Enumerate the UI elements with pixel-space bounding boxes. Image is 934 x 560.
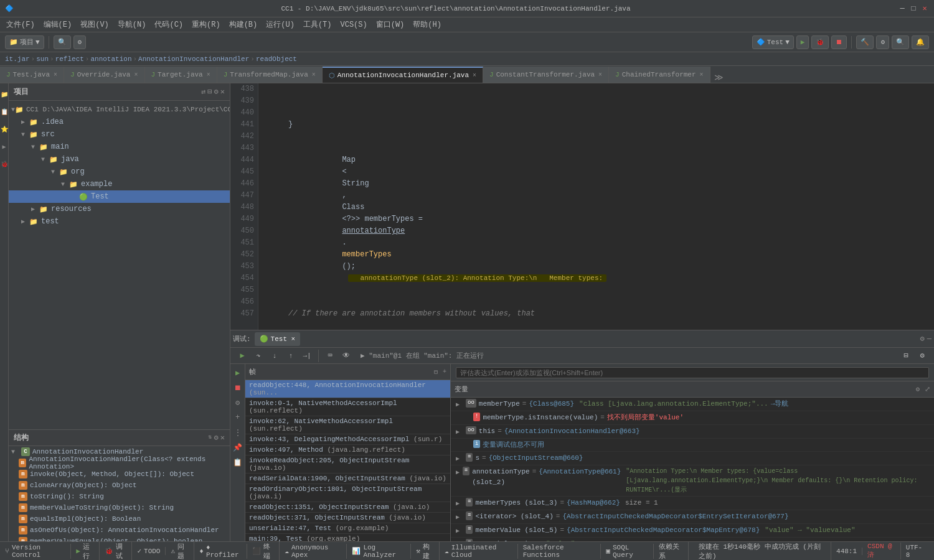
var-isinstance-error[interactable]: ! memberType.isInstance(value) = 找不到局部变量… <box>451 411 934 425</box>
status-encoding[interactable]: UTF-8 <box>906 544 929 559</box>
tab-annotation-handler[interactable]: ⬡ AnnotationInvocationHandler.java × <box>323 67 483 83</box>
var-membervalue[interactable]: ▶ ≡ memberValue (slot_5) = {AbstractInpu… <box>451 524 934 538</box>
tree-item-src[interactable]: ▼ 📁 src <box>9 128 230 141</box>
struct-item-membervaluetostring[interactable]: m memberValueToString(Object): String <box>9 502 230 513</box>
frame-item-10[interactable]: unserialize:47, Test (org.example) <box>245 523 450 534</box>
tab-close-icon[interactable]: × <box>207 72 210 78</box>
status-soql[interactable]: ▣ SOQL Query <box>606 544 654 559</box>
frame-item-9[interactable]: readObject:371, ObjectInputStream (java.… <box>245 513 450 523</box>
frame-item-2[interactable]: invoke:62, NativeMethodAccessorImpl (sun… <box>245 416 450 434</box>
var-iterator[interactable]: ▶ ≡ <iterator> (slot_4) = {AbstractInput… <box>451 510 934 524</box>
status-problems[interactable]: ⚠ 问题 <box>171 542 194 561</box>
debug-side-icon-btn[interactable]: 🐞 <box>0 158 11 170</box>
sidebar-close-btn[interactable]: ✕ <box>220 87 225 96</box>
resume-btn[interactable]: ▶ <box>235 350 249 362</box>
debug-minimize-icon[interactable]: ─ <box>927 335 932 343</box>
frame-item-1[interactable]: invoke:0-1, NativeMethodAccessorImpl (su… <box>245 398 450 416</box>
window-controls[interactable]: ─ □ ✕ <box>898 4 929 13</box>
status-salesforce[interactable]: Salesforce Functions <box>523 544 601 559</box>
status-build[interactable]: ⚒ 构建 <box>416 542 440 561</box>
breadcrumb-annotation[interactable]: annotation <box>90 55 131 63</box>
frame-item-11[interactable]: main:39, Test (org.example) <box>245 534 450 541</box>
status-terminal[interactable]: ⬛ 终端 <box>252 542 280 561</box>
var-name[interactable]: ▶ ≡ name (slot_6) = = "value" <box>451 538 934 541</box>
menu-edit[interactable]: 编辑(E) <box>40 18 76 31</box>
var-annotationtype[interactable]: ▶ ≡ annotationType (slot_2) = {Annotatio… <box>451 465 934 497</box>
status-log-analyzer[interactable]: 📊 Log Analyzer <box>352 544 411 559</box>
frames-filter-btn[interactable]: ⊟ <box>434 368 438 376</box>
struct-item-constructor[interactable]: m AnnotationInvocationHandler(Class<? ex… <box>9 457 230 469</box>
step-into-btn[interactable]: ↓ <box>268 350 281 362</box>
step-over-btn[interactable]: ↷ <box>252 350 265 362</box>
breadcrumb-reflect[interactable]: reflect <box>55 55 84 63</box>
menu-help[interactable]: 帮助(H) <box>409 18 445 31</box>
tab-target-java[interactable]: J Target.java × <box>145 67 217 83</box>
debug-stop-side-btn[interactable]: ⏹ <box>232 381 244 394</box>
status-debug[interactable]: 🐞 调试 <box>105 542 132 561</box>
debug-settings-side-btn[interactable]: ⚙ <box>232 396 244 409</box>
evaluate-expr-btn[interactable]: ⌨ <box>323 350 337 362</box>
tab-close-icon[interactable]: × <box>700 72 704 78</box>
debug-pin-side-btn[interactable]: 📌 <box>232 441 244 454</box>
struct-item-equalsimpl[interactable]: m equalsImpl(Object): Boolean <box>9 513 230 525</box>
build-btn[interactable]: 🔨 <box>856 35 874 49</box>
struct-sort-btn[interactable]: ⇅ <box>209 433 212 442</box>
menu-run[interactable]: 运行(U) <box>262 18 298 31</box>
tree-item-idea[interactable]: ▶ 📁 .idea <box>9 116 230 128</box>
close-btn[interactable]: ✕ <box>920 4 929 13</box>
step-out-btn[interactable]: ↑ <box>284 350 298 362</box>
code-content[interactable]: } Map < String , Class <?>> memberTypes … <box>258 83 934 330</box>
debug-settings-icon[interactable]: ⚙ <box>920 334 925 343</box>
favorites-icon-btn[interactable]: ⭐ <box>0 123 11 136</box>
tree-item-example[interactable]: ▼ 📁 example <box>9 178 230 190</box>
breadcrumb-method[interactable]: readObject <box>256 55 297 63</box>
filter-frames-btn[interactable]: ⊟ <box>899 350 913 362</box>
more-tabs-btn[interactable]: ≫ <box>710 72 727 83</box>
tab-transformedmap-java[interactable]: J TransformedMap.java × <box>217 67 323 83</box>
status-run[interactable]: ▶ 运行 <box>76 542 100 561</box>
status-profiler[interactable]: ♦ ♦ Profiler <box>199 544 247 559</box>
tree-item-test-folder[interactable]: ▶ 📁 test <box>9 215 230 228</box>
struct-item-membervalueequals[interactable]: m memberValueEquals(Object, Object): boo… <box>9 536 230 541</box>
breadcrumb-class[interactable]: AnnotationInvocationHandler <box>138 55 249 63</box>
struct-close-btn[interactable]: ✕ <box>220 433 225 442</box>
sidebar-collapse-btn[interactable]: ⊟ <box>207 87 212 96</box>
frame-item-6[interactable]: readSerialData:1900, ObjectInputStream (… <box>245 474 450 484</box>
breadcrumb-sun[interactable]: sun <box>36 55 49 63</box>
run-config-selector[interactable]: 🔷 Test ▼ <box>752 35 794 49</box>
frame-item-4[interactable]: invoke:497, Method (java.lang.reflect) <box>245 445 450 455</box>
debug-btn[interactable]: 🐞 <box>811 35 829 49</box>
tab-close-icon[interactable]: × <box>134 72 138 78</box>
var-membertype[interactable]: ▶ oo memberType = {Class@685} "class [Lj… <box>451 398 934 411</box>
tree-item-main[interactable]: ▼ 📁 main <box>9 141 230 153</box>
search-everywhere-btn[interactable]: 🔍 <box>54 35 71 49</box>
tree-item-resources[interactable]: ▶ 📁 resources <box>9 203 230 215</box>
frame-item-0[interactable]: readObject:448, AnnotationInvocationHand… <box>245 380 450 398</box>
menu-navigate[interactable]: 导航(N) <box>114 18 150 31</box>
menu-tools[interactable]: 工具(T) <box>300 18 336 31</box>
status-deps[interactable]: 依赖关系 <box>659 542 689 561</box>
frames-add-btn[interactable]: + <box>443 368 446 375</box>
tab-close-icon[interactable]: × <box>598 72 602 78</box>
run-to-cursor-btn[interactable]: →| <box>300 350 314 362</box>
run-icon-btn[interactable]: ▶ <box>0 141 11 153</box>
menu-view[interactable]: 视图(V) <box>77 18 113 31</box>
stop-btn[interactable]: ⏹ <box>831 35 847 49</box>
status-illuminated-cloud[interactable]: ☁ Illuminated Cloud <box>445 544 518 559</box>
struct-settings-btn[interactable]: ⚙ <box>214 433 219 442</box>
status-todo[interactable]: ✓ TODO <box>137 547 166 555</box>
struct-item-tostring[interactable]: m toString(): String <box>9 491 230 502</box>
tree-item-org[interactable]: ▼ 📁 org <box>9 166 230 178</box>
var-s[interactable]: ▶ ≡ s = {ObjectInputStream@660} <box>451 452 934 465</box>
debug-resume-side-btn[interactable]: ▶ <box>232 366 244 379</box>
debug-copy-side-btn[interactable]: 📋 <box>232 456 244 469</box>
tree-item-cc1[interactable]: ▼ 📁 CC1 D:\JAVA\IDEA IntelliJ IDEA 2021.… <box>9 103 230 116</box>
project-icon-btn[interactable]: 📁 <box>0 88 11 101</box>
tab-close-icon[interactable]: × <box>312 72 316 78</box>
settings-btn[interactable]: ⚙ <box>73 35 87 49</box>
tab-constant-transformer[interactable]: J ConstantTransformer.java × <box>483 67 609 83</box>
menu-code[interactable]: 代码(C) <box>151 18 187 31</box>
tab-override-java[interactable]: J Override.java × <box>64 67 144 83</box>
tab-close-icon[interactable]: × <box>54 72 57 78</box>
tab-close-icon[interactable]: × <box>473 72 476 79</box>
